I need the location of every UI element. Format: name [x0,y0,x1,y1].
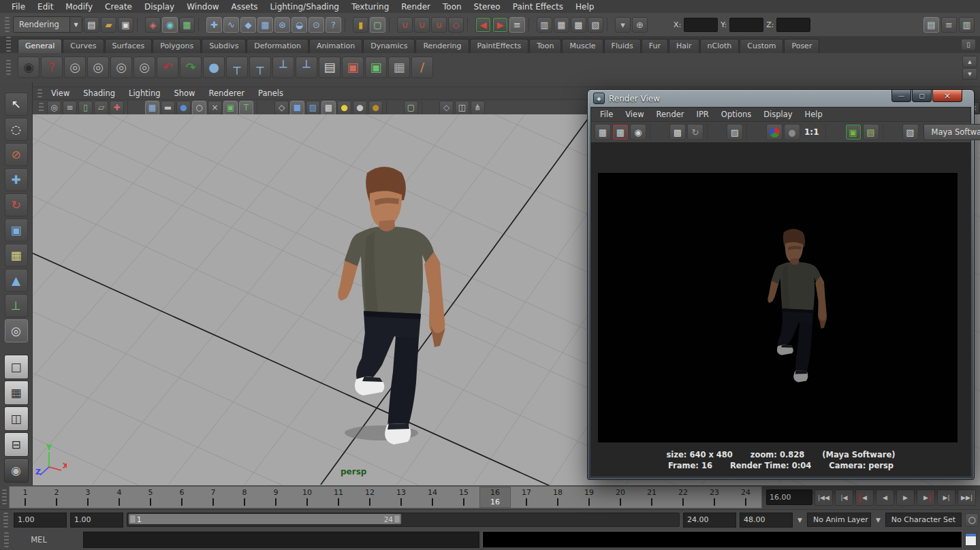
play-backwards-button[interactable]: ◀ [876,489,894,506]
light-default-icon[interactable]: ● [337,101,351,115]
timeline-frame-5[interactable]: 5 [135,487,166,508]
vp-menu-view[interactable]: View [44,87,76,99]
menu-paint-effects[interactable]: Paint Effects [507,1,569,13]
timeline-frame-16[interactable]: 1616 [479,487,511,508]
remove-image-icon[interactable]: ▤ [863,124,879,140]
snap-align-objects-icon[interactable]: ▣ [342,56,364,78]
timeline-frame-4[interactable]: 4 [104,487,135,508]
snap-magnet-grid-icon[interactable]: ∪ [397,17,413,33]
keep-image-icon[interactable]: ▣ [845,124,862,140]
select-object-icon[interactable]: ◉ [162,17,178,33]
open-scene-icon[interactable]: ▰ [101,17,116,33]
animation-start-field[interactable] [70,513,123,528]
bookmarks-icon[interactable]: ▯ [78,101,93,115]
ipr-render-icon[interactable]: ▩ [571,17,586,33]
shelf-scroll-up-button[interactable]: ▲ [962,56,977,67]
ungroup-icon[interactable]: ┴ [272,56,294,78]
command-output-field[interactable] [482,531,962,548]
input-connections-icon[interactable]: ◀ [475,17,491,33]
render-current-frame-icon[interactable]: ▦ [595,124,611,140]
channel-box-icon[interactable]: ▥ [959,17,975,33]
lock-selection-icon[interactable]: ▮ [353,17,368,33]
mel-command-input[interactable] [83,532,479,548]
rv-menu-file[interactable]: File [594,108,619,120]
step-back-key-button[interactable]: ◀ [855,489,874,506]
sculpt-geometry-icon[interactable]: / [411,56,433,78]
timeline-frame-11[interactable]: 11 [323,487,354,508]
shelf-tab-curves[interactable]: Curves [63,39,104,53]
undo-icon[interactable]: ↶ [157,56,178,78]
menu-file[interactable]: File [5,1,31,13]
alpha-channel-icon[interactable]: ● [784,124,800,140]
render-current-frame-icon[interactable]: ▦ [554,17,569,33]
axis-move-icon[interactable]: ✚ [110,101,124,115]
menu-stereo[interactable]: Stereo [468,1,507,13]
shelf-tab-polygons[interactable]: Polygons [153,39,201,53]
last-tool-camera[interactable]: ◎ [5,319,28,342]
vp-menu-panels[interactable]: Panels [251,87,290,99]
select-component-icon[interactable]: ▦ [179,17,195,33]
timeline-frame-21[interactable]: 21 [636,487,667,508]
default-material-icon[interactable]: ◇ [439,101,454,115]
timeline-frame-18[interactable]: 18 [542,487,573,508]
current-time-field[interactable] [766,489,812,505]
play-forwards-button[interactable]: ▶ [896,489,915,506]
timeline-frame-9[interactable]: 9 [260,487,291,508]
timeline-frame-3[interactable]: 3 [72,487,104,508]
viewport-menu-grip[interactable] [37,89,42,97]
rv-menu-help[interactable]: Help [799,108,829,120]
timeline-frame-23[interactable]: 23 [699,487,730,508]
snapshot-icon[interactable]: ◉ [630,124,646,140]
playback-end-field[interactable] [683,513,736,528]
shelf-tab-rendering[interactable]: Rendering [415,39,469,53]
x-coord-input[interactable] [684,18,718,32]
timeline-grip[interactable] [2,489,7,504]
shelf-tab-poser[interactable]: Poser [784,39,819,53]
shelf-tab-dynamics[interactable]: Dynamics [363,39,415,53]
lasso-select-tool[interactable]: ◌ [5,118,28,141]
character-model[interactable] [300,157,490,456]
menu-modify[interactable]: Modify [59,1,99,13]
shelf-tabs-grip[interactable] [6,37,11,52]
parent-icon[interactable]: ┬ [249,56,271,78]
timeline-frame-1[interactable]: 1 [10,487,41,508]
z-coord-input[interactable] [776,18,810,32]
range-slider-track[interactable]: 1 24 [127,513,680,527]
timeline-frame-8[interactable]: 8 [229,487,260,508]
wireframe-icon[interactable]: ◇ [274,101,289,115]
timeline-frame-14[interactable]: 14 [417,487,448,508]
rv-menu-display[interactable]: Display [757,108,798,120]
timeline-frame-17[interactable]: 17 [511,487,542,508]
shelf-tab-animation[interactable]: Animation [309,39,362,53]
output-connections-icon[interactable]: ▶ [492,17,508,33]
persp-graph-layout-button[interactable]: ⊟ [4,432,29,457]
field-chart-icon[interactable]: × [208,101,222,115]
rotate-tool[interactable]: ↻ [5,193,28,216]
shelf-tab-general[interactable]: General [18,39,62,53]
viewport-divider-strip[interactable] [33,82,980,87]
rv-menu-options[interactable]: Options [715,108,757,120]
maximize-button[interactable]: ▢ [912,90,932,102]
camera-zoom-icon[interactable]: ◎ [133,56,155,78]
display-real-size-icon[interactable]: 1:1 [802,124,822,140]
shelf-tab-painteffects[interactable]: PaintEffects [470,39,529,53]
group-icon[interactable]: ┬ [226,56,248,78]
shelf-tab-ncloth[interactable]: nCloth [700,39,740,53]
timeline-frame-24[interactable]: 24 [730,487,761,508]
anim-layer-select[interactable]: No Anim Layer [807,513,871,527]
shelf-tab-fur[interactable]: Fur [642,39,668,53]
character-set-select[interactable]: No Character Set [885,513,962,527]
highlight-selection-icon[interactable]: ▢ [370,17,385,33]
chevron-down-icon[interactable]: ▼ [874,517,882,523]
menu-texturing[interactable]: Texturing [345,1,395,13]
time-slider[interactable]: 1234567891011121314151616171819202122232… [9,486,762,508]
menu-toon[interactable]: Toon [437,1,468,13]
timeline-frame-22[interactable]: 22 [667,487,699,508]
shelf-scroll-down-button[interactable]: ▼ [962,68,977,80]
rv-menu-render[interactable]: Render [650,108,691,120]
soft-modification-tool[interactable]: ▲ [5,269,28,292]
maya-logo-button[interactable]: ◉ [4,458,29,483]
menu-assets[interactable]: Assets [225,1,264,13]
select-camera-icon[interactable]: ◎ [47,101,61,115]
viewport-toolbar-grip[interactable] [39,103,44,112]
